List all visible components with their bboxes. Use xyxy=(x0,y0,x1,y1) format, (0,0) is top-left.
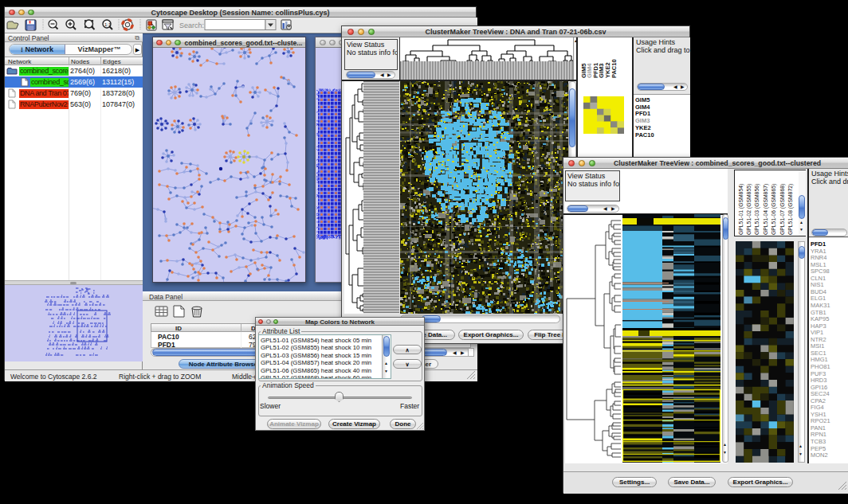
svg-text:GPL51-02 (GSM855): GPL51-02 (GSM855) xyxy=(746,184,752,235)
svg-text:GPL51-06 (GSM865): GPL51-06 (GSM865) xyxy=(771,184,777,235)
svg-text:GPL51-03 (GSM856): GPL51-03 (GSM856) xyxy=(754,184,760,235)
svg-text:1:1: 1:1 xyxy=(104,22,112,27)
svg-text:GPL51-01 (GSM854): GPL51-01 (GSM854) xyxy=(738,184,744,235)
svg-text:Search:: Search: xyxy=(179,21,204,29)
svg-text:PAC10: PAC10 xyxy=(610,59,618,78)
svg-text:GPL51-07 (GSM868): GPL51-07 (GSM868) xyxy=(779,184,786,235)
svg-text:GPL51-04 (GSM857): GPL51-04 (GSM857) xyxy=(763,184,769,235)
svg-text:GPL51-08 (GSM872): GPL51-08 (GSM872) xyxy=(787,184,794,235)
